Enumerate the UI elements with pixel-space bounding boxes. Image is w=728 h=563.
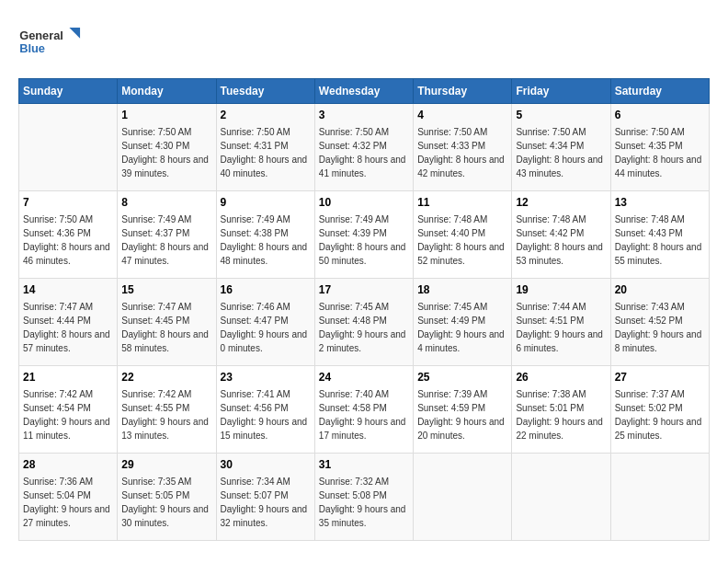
day-info: Sunrise: 7:47 AMSunset: 4:44 PMDaylight:… [23,300,113,355]
day-info: Sunrise: 7:46 AMSunset: 4:47 PMDaylight:… [221,300,311,355]
week-row-2: 7Sunrise: 7:50 AMSunset: 4:36 PMDaylight… [19,191,710,279]
header: General Blue [18,18,710,69]
day-info: Sunrise: 7:41 AMSunset: 4:56 PMDaylight:… [221,387,311,442]
calendar-cell: 30Sunrise: 7:34 AMSunset: 5:07 PMDayligh… [216,454,314,541]
header-friday: Friday [512,79,610,104]
week-row-4: 21Sunrise: 7:42 AMSunset: 4:54 PMDayligh… [19,366,710,454]
day-info: Sunrise: 7:45 AMSunset: 4:48 PMDaylight:… [319,300,409,355]
svg-text:General: General [19,29,63,42]
day-number: 10 [319,195,409,211]
day-info: Sunrise: 7:42 AMSunset: 4:54 PMDaylight:… [23,387,113,442]
day-info: Sunrise: 7:50 AMSunset: 4:36 PMDaylight:… [23,213,113,268]
weekday-header-row: Sunday Monday Tuesday Wednesday Thursday… [19,79,710,104]
calendar-cell [610,454,709,541]
day-number: 11 [417,195,507,211]
day-info: Sunrise: 7:36 AMSunset: 5:04 PMDaylight:… [23,475,113,530]
day-number: 27 [615,370,705,385]
day-number: 29 [121,457,211,473]
day-number: 6 [615,108,705,123]
day-number: 1 [121,108,211,123]
calendar-cell [19,104,118,191]
day-number: 13 [615,195,705,211]
header-monday: Monday [118,79,216,104]
calendar-cell: 1Sunrise: 7:50 AMSunset: 4:30 PMDaylight… [118,104,216,191]
calendar-cell: 14Sunrise: 7:47 AMSunset: 4:44 PMDayligh… [19,279,118,366]
day-info: Sunrise: 7:39 AMSunset: 4:59 PMDaylight:… [417,387,507,442]
day-info: Sunrise: 7:50 AMSunset: 4:35 PMDaylight:… [615,125,705,180]
day-info: Sunrise: 7:49 AMSunset: 4:37 PMDaylight:… [121,213,211,268]
day-info: Sunrise: 7:35 AMSunset: 5:05 PMDaylight:… [121,475,211,530]
calendar-table: Sunday Monday Tuesday Wednesday Thursday… [18,78,710,541]
calendar-cell: 4Sunrise: 7:50 AMSunset: 4:33 PMDaylight… [414,104,512,191]
calendar-cell: 3Sunrise: 7:50 AMSunset: 4:32 PMDaylight… [314,104,413,191]
calendar-cell: 10Sunrise: 7:49 AMSunset: 4:39 PMDayligh… [314,191,413,279]
day-info: Sunrise: 7:48 AMSunset: 4:40 PMDaylight:… [417,213,507,268]
calendar-cell: 22Sunrise: 7:42 AMSunset: 4:55 PMDayligh… [118,366,216,454]
calendar-cell: 13Sunrise: 7:48 AMSunset: 4:43 PMDayligh… [610,191,709,279]
day-number: 16 [221,282,311,298]
calendar-cell: 6Sunrise: 7:50 AMSunset: 4:35 PMDaylight… [610,104,709,191]
calendar-cell: 25Sunrise: 7:39 AMSunset: 4:59 PMDayligh… [414,366,512,454]
day-info: Sunrise: 7:48 AMSunset: 4:43 PMDaylight:… [615,213,705,268]
calendar-cell: 9Sunrise: 7:49 AMSunset: 4:38 PMDaylight… [216,191,314,279]
calendar-cell: 27Sunrise: 7:37 AMSunset: 5:02 PMDayligh… [610,366,709,454]
day-number: 24 [319,370,409,385]
day-info: Sunrise: 7:47 AMSunset: 4:45 PMDaylight:… [121,300,211,355]
day-info: Sunrise: 7:50 AMSunset: 4:34 PMDaylight:… [516,125,606,180]
day-number: 15 [121,282,211,298]
calendar-cell: 23Sunrise: 7:41 AMSunset: 4:56 PMDayligh… [216,366,314,454]
day-number: 14 [23,282,113,298]
svg-marker-1 [69,28,80,39]
day-number: 19 [516,282,606,298]
day-number: 25 [417,370,507,385]
day-number: 2 [221,108,311,123]
day-number: 8 [121,195,211,211]
header-saturday: Saturday [610,79,709,104]
calendar-cell: 17Sunrise: 7:45 AMSunset: 4:48 PMDayligh… [314,279,413,366]
day-info: Sunrise: 7:48 AMSunset: 4:42 PMDaylight:… [516,213,606,268]
calendar-cell: 24Sunrise: 7:40 AMSunset: 4:58 PMDayligh… [314,366,413,454]
calendar-cell: 18Sunrise: 7:45 AMSunset: 4:49 PMDayligh… [414,279,512,366]
header-tuesday: Tuesday [216,79,314,104]
day-number: 26 [516,370,606,385]
day-number: 9 [221,195,311,211]
logo: General Blue [18,18,83,69]
day-info: Sunrise: 7:34 AMSunset: 5:07 PMDaylight:… [221,475,311,530]
day-info: Sunrise: 7:37 AMSunset: 5:02 PMDaylight:… [615,387,705,442]
calendar-cell [414,454,512,541]
week-row-1: 1Sunrise: 7:50 AMSunset: 4:30 PMDaylight… [19,104,710,191]
day-info: Sunrise: 7:42 AMSunset: 4:55 PMDaylight:… [121,387,211,442]
day-number: 12 [516,195,606,211]
day-info: Sunrise: 7:49 AMSunset: 4:38 PMDaylight:… [221,213,311,268]
day-info: Sunrise: 7:50 AMSunset: 4:31 PMDaylight:… [221,125,311,180]
day-number: 23 [221,370,311,385]
calendar-cell: 15Sunrise: 7:47 AMSunset: 4:45 PMDayligh… [118,279,216,366]
day-info: Sunrise: 7:50 AMSunset: 4:30 PMDaylight:… [121,125,211,180]
calendar-cell: 19Sunrise: 7:44 AMSunset: 4:51 PMDayligh… [512,279,610,366]
day-number: 21 [23,370,113,385]
day-number: 20 [615,282,705,298]
day-number: 31 [319,457,409,473]
day-number: 17 [319,282,409,298]
day-info: Sunrise: 7:38 AMSunset: 5:01 PMDaylight:… [516,387,606,442]
day-number: 3 [319,108,409,123]
header-sunday: Sunday [19,79,118,104]
svg-text:Blue: Blue [19,41,45,55]
day-info: Sunrise: 7:32 AMSunset: 5:08 PMDaylight:… [319,475,409,530]
logo-svg: General Blue [18,18,83,69]
day-info: Sunrise: 7:40 AMSunset: 4:58 PMDaylight:… [319,387,409,442]
day-info: Sunrise: 7:44 AMSunset: 4:51 PMDaylight:… [516,300,606,355]
week-row-3: 14Sunrise: 7:47 AMSunset: 4:44 PMDayligh… [19,279,710,366]
week-row-5: 28Sunrise: 7:36 AMSunset: 5:04 PMDayligh… [19,454,710,541]
calendar-cell: 2Sunrise: 7:50 AMSunset: 4:31 PMDaylight… [216,104,314,191]
calendar-cell: 21Sunrise: 7:42 AMSunset: 4:54 PMDayligh… [19,366,118,454]
day-number: 4 [417,108,507,123]
calendar-cell: 12Sunrise: 7:48 AMSunset: 4:42 PMDayligh… [512,191,610,279]
calendar-cell: 7Sunrise: 7:50 AMSunset: 4:36 PMDaylight… [19,191,118,279]
header-wednesday: Wednesday [314,79,413,104]
day-info: Sunrise: 7:49 AMSunset: 4:39 PMDaylight:… [319,213,409,268]
day-info: Sunrise: 7:43 AMSunset: 4:52 PMDaylight:… [615,300,705,355]
calendar-cell: 20Sunrise: 7:43 AMSunset: 4:52 PMDayligh… [610,279,709,366]
day-number: 22 [121,370,211,385]
calendar-cell: 5Sunrise: 7:50 AMSunset: 4:34 PMDaylight… [512,104,610,191]
